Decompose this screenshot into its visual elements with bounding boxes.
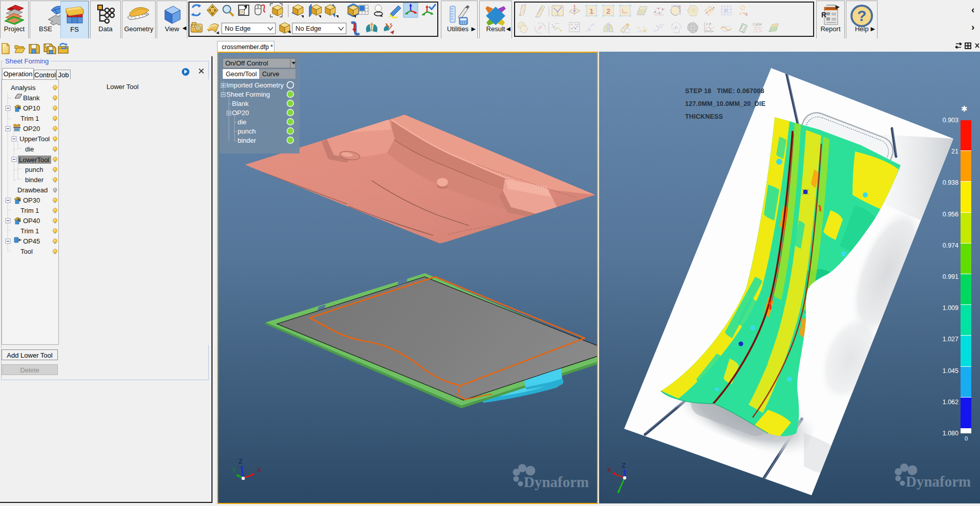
svg-text:Trim 1: Trim 1 [20, 115, 39, 122]
svg-text:Blank: Blank [232, 100, 249, 107]
svg-text:Z: Z [239, 457, 243, 465]
svg-text:Imported Geometry: Imported Geometry [226, 81, 284, 89]
svg-text:R: R [821, 11, 826, 19]
svg-text:die: die [238, 118, 246, 126]
svg-text:X: X [607, 467, 611, 474]
svg-text:punch: punch [25, 166, 43, 173]
svg-text:die: die [25, 145, 34, 153]
svg-text:OP20: OP20 [23, 125, 40, 133]
svg-text:LowerTool: LowerTool [19, 156, 49, 164]
svg-text:No Edge: No Edge [225, 25, 251, 32]
svg-text:Blank: Blank [23, 94, 40, 102]
svg-text:No Edge: No Edge [295, 25, 322, 32]
svg-text:Y: Y [232, 467, 236, 474]
svg-text:OP30: OP30 [23, 196, 40, 204]
svg-text:X: X [257, 467, 261, 474]
svg-text:Analysis: Analysis [11, 84, 36, 92]
svg-text:Geom/Tool: Geom/Tool [226, 71, 257, 78]
svg-text:Z: Z [622, 461, 626, 469]
svg-text:Sheet Forming: Sheet Forming [226, 91, 270, 98]
svg-text:punch: punch [238, 127, 255, 135]
svg-text:OP10: OP10 [23, 104, 40, 112]
svg-text:binder: binder [238, 137, 257, 144]
svg-text:UpperTool: UpperTool [19, 135, 50, 143]
svg-text:OP40: OP40 [23, 217, 40, 225]
svg-text:OP45: OP45 [23, 237, 40, 245]
svg-text:Curve: Curve [262, 71, 279, 78]
svg-text:Trim 1: Trim 1 [20, 227, 39, 235]
svg-text:Drawbead: Drawbead [17, 186, 48, 194]
svg-text:On/Off Control: On/Off Control [225, 59, 268, 67]
svg-text:binder: binder [25, 176, 44, 184]
svg-text:Tool: Tool [20, 248, 33, 255]
svg-text:?: ? [857, 7, 866, 24]
svg-text:Trim 1: Trim 1 [20, 207, 39, 214]
svg-text:OP20: OP20 [232, 109, 249, 117]
